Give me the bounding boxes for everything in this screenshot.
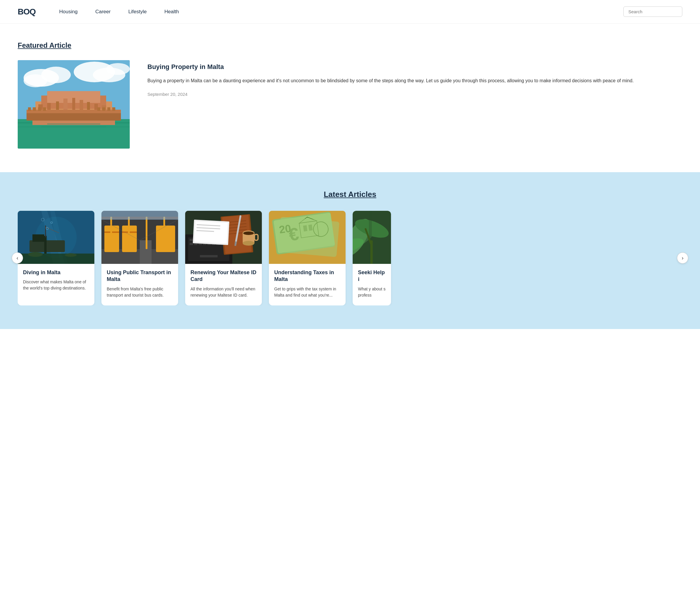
- card-body-tax: Understanding Taxes in Malta Get to grip…: [269, 264, 346, 298]
- card-desc-bus: Benefit from Malta's free public transpo…: [107, 286, 173, 298]
- featured-title: Featured Article: [18, 41, 682, 50]
- article-card-seek[interactable]: Seeki Help i What y about s profess: [353, 211, 391, 305]
- svg-point-3: [24, 74, 47, 87]
- card-body-bus: Using Public Transport in Malta Benefit …: [101, 264, 178, 298]
- svg-rect-121: [278, 217, 340, 257]
- latest-title: Latest Articles: [18, 190, 682, 199]
- svg-rect-66: [163, 217, 165, 249]
- nav-lifestyle[interactable]: Lifestyle: [128, 9, 147, 15]
- featured-section: Featured Article: [0, 24, 700, 172]
- carousel-wrapper: ‹: [18, 211, 682, 305]
- card-image-seek: [353, 211, 391, 264]
- svg-rect-64: [128, 217, 130, 249]
- latest-section: Latest Articles ‹: [0, 172, 700, 329]
- cards-row: Diving in Malta Discover what makes Malt…: [18, 211, 682, 305]
- svg-rect-29: [97, 107, 100, 111]
- carousel-prev-button[interactable]: ‹: [12, 252, 23, 264]
- featured-article-date: September 20, 2024: [147, 92, 188, 97]
- card-title-bus: Using Public Transport in Malta: [107, 269, 173, 283]
- site-logo[interactable]: BOQ: [18, 7, 36, 16]
- svg-rect-74: [190, 239, 193, 241]
- card-body-id: Renewing Your Maltese ID Card All the in…: [185, 264, 262, 298]
- card-body-seek: Seeki Help i What y about s profess: [353, 264, 391, 298]
- search-input[interactable]: [623, 7, 682, 17]
- svg-rect-28: [43, 107, 46, 111]
- svg-rect-90: [200, 255, 217, 258]
- article-card-tax[interactable]: € 20 Understanding: [269, 211, 346, 305]
- card-desc-seek: What y about s profess: [358, 286, 386, 298]
- svg-rect-67: [101, 211, 178, 219]
- article-card-id[interactable]: Renewing Your Maltese ID Card All the in…: [185, 211, 262, 305]
- search-wrapper: [623, 7, 682, 17]
- svg-rect-63: [110, 217, 112, 249]
- svg-point-107: [243, 241, 254, 246]
- card-body-diving: Diving in Malta Discover what makes Malt…: [18, 264, 95, 291]
- svg-point-49: [28, 252, 43, 257]
- featured-image: [18, 60, 130, 149]
- svg-rect-32: [112, 107, 115, 111]
- svg-point-6: [106, 63, 130, 75]
- svg-point-50: [65, 253, 77, 257]
- nav-career[interactable]: Career: [95, 9, 111, 15]
- card-image-diving: [18, 211, 95, 264]
- featured-card[interactable]: Buying Property in Malta Buying a proper…: [18, 60, 682, 149]
- featured-article-title: Buying Property in Malta: [147, 63, 682, 71]
- card-desc-id: All the information you'll need when ren…: [190, 286, 257, 298]
- svg-rect-25: [28, 107, 31, 111]
- svg-rect-65: [146, 217, 147, 249]
- svg-rect-27: [38, 107, 41, 111]
- svg-rect-42: [44, 236, 47, 253]
- svg-rect-60: [156, 228, 175, 252]
- svg-rect-83: [190, 243, 193, 245]
- svg-rect-31: [107, 107, 110, 111]
- card-desc-diving: Discover what makes Malta one of the wor…: [23, 279, 89, 291]
- article-card-diving[interactable]: Diving in Malta Discover what makes Malt…: [18, 211, 95, 305]
- card-desc-tax: Get to grips with the tax system in Malt…: [274, 286, 340, 298]
- svg-rect-30: [102, 107, 105, 111]
- card-image-id: [185, 211, 262, 264]
- carousel-next-button[interactable]: ›: [677, 252, 688, 264]
- featured-article-desc: Buying a property in Malta can be a daun…: [147, 77, 682, 85]
- card-title-diving: Diving in Malta: [23, 269, 89, 276]
- card-title-id: Renewing Your Maltese ID Card: [190, 269, 257, 283]
- svg-rect-40: [29, 240, 65, 252]
- nav-housing[interactable]: Housing: [59, 9, 77, 15]
- svg-rect-33: [47, 124, 100, 124]
- main-nav: Housing Career Lifestyle Health: [59, 9, 623, 15]
- svg-rect-41: [33, 234, 44, 242]
- svg-point-109: [243, 231, 254, 235]
- featured-content: Buying Property in Malta Buying a proper…: [147, 60, 682, 97]
- nav-health[interactable]: Health: [164, 9, 179, 15]
- svg-rect-18: [72, 98, 75, 112]
- card-image-bus: [101, 211, 178, 264]
- svg-rect-26: [33, 107, 36, 111]
- article-card-bus[interactable]: Using Public Transport in Malta Benefit …: [101, 211, 178, 305]
- card-title-seek: Seeki Help i: [358, 269, 386, 283]
- card-image-tax: € 20: [269, 211, 346, 264]
- svg-rect-34: [41, 126, 106, 127]
- card-title-tax: Understanding Taxes in Malta: [274, 269, 340, 283]
